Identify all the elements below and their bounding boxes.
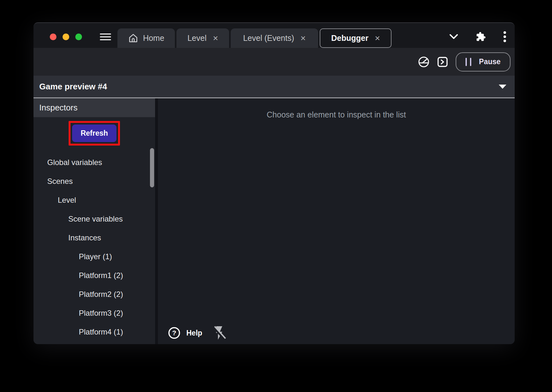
tree-item[interactable]: Instances (34, 228, 155, 247)
close-icon[interactable]: × (213, 34, 218, 43)
tree-item[interactable]: Scene variables (34, 209, 155, 228)
inspectors-sidebar: Inspectors Refresh Global variables Scen… (34, 98, 155, 344)
svg-text:?: ? (172, 329, 176, 336)
zoom-window-button[interactable] (75, 34, 82, 40)
tree-item[interactable]: Platform4 (1) (34, 322, 155, 341)
tab-label: Level (187, 34, 206, 43)
dropdown-caret-icon[interactable] (499, 85, 506, 89)
console-icon[interactable] (437, 57, 448, 67)
help-button[interactable]: Help (186, 329, 202, 337)
tab-label: Level (Events) (243, 34, 294, 43)
debugger-toolbar: Pause (34, 48, 515, 76)
annotation-highlight: Refresh (69, 121, 120, 146)
minimize-window-button[interactable] (63, 34, 69, 40)
close-window-button[interactable] (50, 34, 56, 40)
performance-gauge-icon[interactable] (418, 56, 429, 68)
refresh-button[interactable]: Refresh (72, 124, 117, 142)
inspectors-header: Inspectors (34, 98, 155, 117)
extensions-puzzle-icon[interactable] (476, 32, 486, 42)
hamburger-menu-icon[interactable] (100, 34, 111, 40)
pause-icon (466, 58, 471, 66)
tab-label: Debugger (331, 34, 369, 43)
close-icon[interactable]: × (375, 34, 380, 43)
debugger-content: Inspectors Refresh Global variables Scen… (34, 98, 515, 344)
home-icon (128, 33, 138, 43)
close-icon[interactable]: × (301, 34, 306, 43)
tabbar-right-actions (449, 31, 506, 42)
sidebar-scrollbar-thumb[interactable] (150, 148, 154, 187)
flash-off-icon[interactable] (212, 325, 227, 341)
tree-item[interactable]: Global variables (34, 153, 155, 172)
tab-level[interactable]: Level × (176, 28, 229, 48)
tree-item[interactable]: Level (34, 191, 155, 209)
inspector-detail-panel: Choose an element to inspect in the list… (158, 98, 515, 344)
empty-state-message: Choose an element to inspect in the list (158, 110, 515, 119)
tab-level-events[interactable]: Level (Events) × (231, 28, 318, 48)
tree-item[interactable]: Scenes (34, 172, 155, 191)
screen: Home Level × Level (Events) × Debugger × (0, 0, 552, 392)
refresh-area: Refresh (34, 121, 155, 146)
game-preview-title: Game preview #4 (39, 82, 107, 92)
tree-item[interactable]: Platform1 (2) (34, 266, 155, 285)
tree-item[interactable]: Platform2 (2) (34, 285, 155, 304)
tree-item[interactable]: Player (1) (34, 247, 155, 266)
traffic-lights (50, 34, 82, 40)
help-circle-icon[interactable]: ? (168, 327, 181, 339)
inspector-tree: Global variables Scenes Level Scene vari… (34, 153, 155, 341)
tab-strip: Home Level × Level (Events) × Debugger × (117, 28, 392, 48)
tab-bar: Home Level × Level (Events) × Debugger × (34, 23, 515, 48)
chevron-down-icon[interactable] (449, 34, 459, 40)
tab-debugger[interactable]: Debugger × (320, 28, 392, 48)
app-window: Home Level × Level (Events) × Debugger × (34, 22, 515, 344)
pause-button[interactable]: Pause (456, 52, 511, 72)
tree-item[interactable]: Platform3 (2) (34, 304, 155, 322)
kebab-menu-icon[interactable] (503, 31, 506, 42)
tab-label: Home (143, 34, 164, 43)
tab-home[interactable]: Home (117, 28, 175, 48)
game-preview-selector[interactable]: Game preview #4 (34, 76, 515, 98)
help-row: ? Help (168, 325, 227, 341)
panel-divider (155, 98, 158, 344)
pause-button-label: Pause (479, 57, 501, 66)
